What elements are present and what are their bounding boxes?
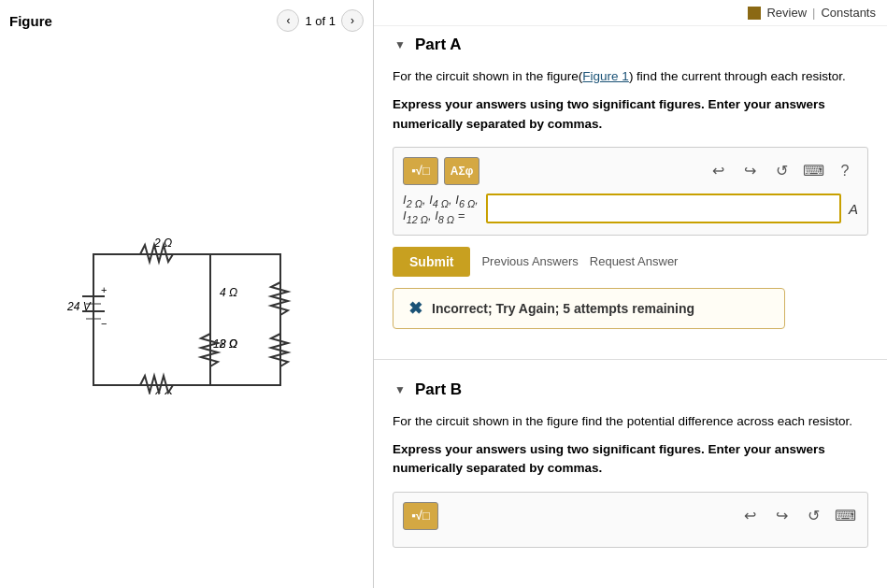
part-a-instructions: Express your answers using two significa… (393, 95, 868, 134)
svg-text:+: + (101, 284, 107, 295)
feedback-text: Incorrect; Try Again; 5 attempts remaini… (432, 301, 694, 316)
feedback-box: ✖ Incorrect; Try Again; 5 attempts remai… (393, 288, 785, 329)
submit-button[interactable]: Submit (393, 247, 470, 277)
help-button[interactable]: ? (832, 158, 858, 184)
part-b-undo-button[interactable]: ↩ (737, 503, 763, 529)
math-tool-icon: ▪√□ (411, 164, 430, 178)
svg-text:4 Ω: 4 Ω (220, 286, 237, 299)
part-b-toggle[interactable]: ▼ (393, 382, 408, 397)
constants-link[interactable]: Constants (821, 6, 876, 20)
reset-button[interactable]: ↺ (768, 158, 794, 184)
part-a-toggle[interactable]: ▼ (393, 37, 408, 52)
figure-nav: ‹ 1 of 1 › (277, 9, 364, 32)
review-link[interactable]: Review (766, 6, 807, 20)
next-figure-button[interactable]: › (341, 9, 364, 32)
part-b-math-icon: ▪√□ (411, 509, 430, 523)
circuit-diagram: 2 Ω + − 24 V 6 Ω 4 (9, 41, 364, 579)
symbol-tool-button[interactable]: ΑΣφ (444, 157, 479, 185)
math-tool-button[interactable]: ▪√□ (403, 157, 438, 185)
redo-button[interactable]: ↪ (737, 158, 763, 184)
part-b-title: Part B (415, 380, 462, 399)
prev-figure-button[interactable]: ‹ (277, 9, 299, 32)
symbol-tool-icon: ΑΣφ (451, 165, 473, 178)
svg-text:24 V: 24 V (66, 300, 92, 313)
part-a-section: ▼ Part A For the circuit shown in the fi… (374, 26, 887, 359)
part-b-reset-button[interactable]: ↺ (800, 503, 826, 529)
part-b-instructions: Express your answers using two significa… (393, 440, 868, 479)
svg-rect-0 (93, 254, 280, 385)
part-b-answer-box: ▪√□ ↩ ↪ ↺ ⌨ (393, 492, 868, 548)
part-a-question: For the circuit shown in the figure(Figu… (393, 67, 868, 86)
right-panel: Review | Constants ▼ Part A For the circ… (374, 0, 887, 588)
part-b-section: ▼ Part B For the circuit shown in the fi… (374, 371, 887, 574)
undo-button[interactable]: ↩ (705, 158, 731, 184)
figure-count: 1 of 1 (305, 14, 336, 28)
part-b-question: For the circuit shown in the figure find… (393, 412, 868, 431)
action-row: Submit Previous Answers Request Answer (393, 247, 868, 277)
input-label: I2 Ω, I4 Ω, I6 Ω, I12 Ω, I8 Ω = (403, 193, 479, 225)
part-b-keyboard-button[interactable]: ⌨ (832, 503, 858, 529)
input-suffix: A (849, 201, 858, 217)
part-a-answer-box: ▪√□ ΑΣφ ↩ ↪ ↺ ⌨ ? I2 Ω, I4 Ω, I6 Ω, (393, 147, 868, 236)
svg-text:−: − (101, 318, 107, 329)
keyboard-button[interactable]: ⌨ (800, 158, 826, 184)
part-b-math-tool-button[interactable]: ▪√□ (403, 502, 438, 530)
request-answer-link[interactable]: Request Answer (590, 254, 679, 268)
feedback-icon: ✖ (408, 298, 422, 319)
review-icon (748, 7, 761, 20)
previous-answers-link[interactable]: Previous Answers (481, 254, 578, 268)
part-b-redo-button[interactable]: ↪ (768, 503, 794, 529)
top-bar: Review | Constants (374, 0, 887, 26)
figure-title: Figure (9, 13, 52, 29)
part-a-title: Part A (415, 36, 461, 54)
answer-input[interactable] (486, 194, 841, 223)
separator: | (812, 6, 815, 20)
figure1-link[interactable]: Figure 1 (582, 69, 629, 83)
